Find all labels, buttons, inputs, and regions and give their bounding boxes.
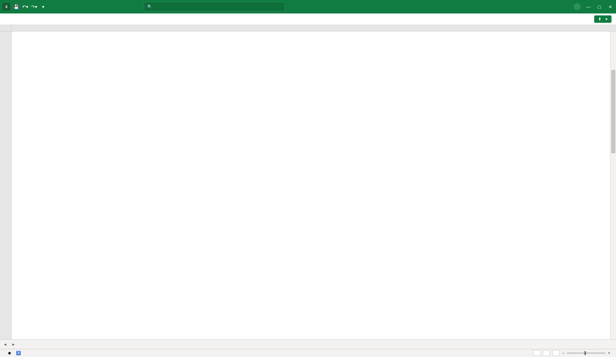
chevron-down-icon: ▾	[605, 17, 608, 21]
redo-icon[interactable]: ↷▾	[31, 4, 37, 10]
column-headers	[0, 25, 616, 31]
tab-scroll-left-icon[interactable]: ◄	[1, 341, 9, 348]
accessibility-icon: ♿	[16, 351, 21, 355]
title-bar: X 💾 ↶▾ ↷▾ ▾ 🔍 — ▢ ✕	[0, 0, 616, 13]
close-icon[interactable]: ✕	[607, 4, 613, 10]
cells-area[interactable]	[12, 31, 616, 339]
maximize-icon[interactable]: ▢	[596, 4, 603, 10]
spreadsheet-grid[interactable]	[0, 25, 616, 339]
share-button[interactable]: ⬆ ▾	[594, 15, 612, 23]
save-icon[interactable]: 💾	[13, 4, 19, 10]
qat-customize-icon[interactable]: ▾	[40, 4, 46, 10]
vertical-scrollbar[interactable]	[610, 31, 616, 339]
search-box[interactable]: 🔍	[144, 2, 285, 12]
select-all-corner[interactable]	[0, 25, 12, 31]
sheet-tab-bar: ◄ ►	[0, 339, 616, 349]
accessibility-status[interactable]: ♿	[16, 351, 21, 355]
row-headers	[0, 31, 12, 339]
quick-access-toolbar: X 💾 ↶▾ ↷▾ ▾	[3, 3, 46, 11]
zoom-in-icon[interactable]: +	[608, 351, 610, 355]
status-bar: ⏺ ♿ − +	[0, 349, 616, 357]
user-avatar[interactable]	[574, 3, 581, 10]
excel-logo-icon: X	[3, 3, 10, 11]
minimize-icon[interactable]: —	[585, 4, 592, 10]
scrollbar-thumb[interactable]	[611, 70, 615, 153]
search-input[interactable]	[155, 4, 282, 9]
share-icon: ⬆	[598, 17, 602, 21]
view-page-layout-icon[interactable]	[543, 350, 550, 356]
search-icon: 🔍	[147, 4, 152, 9]
zoom-out-icon[interactable]: −	[562, 351, 564, 355]
macro-record-icon[interactable]: ⏺	[8, 351, 12, 355]
ribbon-tabs: ⬆ ▾	[0, 13, 616, 25]
view-normal-icon[interactable]	[533, 350, 540, 356]
undo-icon[interactable]: ↶▾	[22, 4, 28, 10]
tab-scroll-right-icon[interactable]: ►	[10, 341, 17, 348]
view-page-break-icon[interactable]	[552, 350, 560, 356]
zoom-slider[interactable]	[567, 352, 605, 354]
